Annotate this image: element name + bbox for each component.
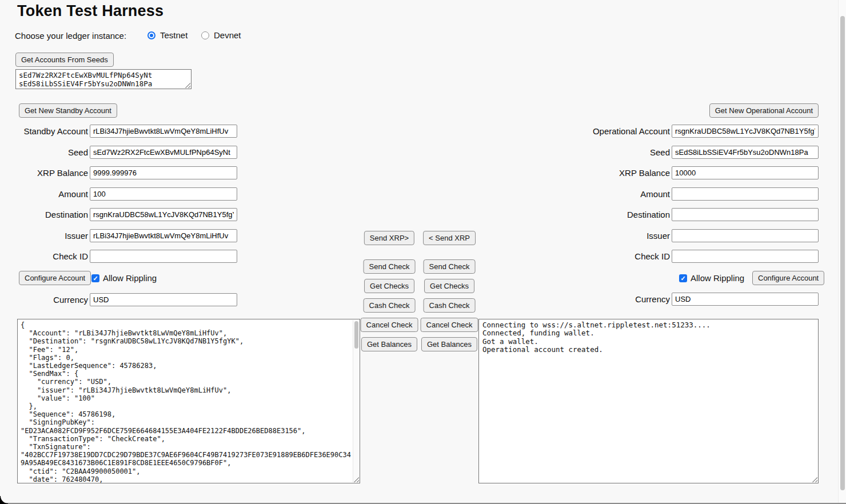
- operational-issuer-input[interactable]: [672, 229, 819, 242]
- send-xrp-left-button[interactable]: < Send XRP: [423, 231, 476, 245]
- send-xrp-right-button[interactable]: Send XRP>: [364, 231, 414, 245]
- operational-destination-input[interactable]: [672, 208, 819, 221]
- standby-get-balances-button[interactable]: Get Balances: [361, 337, 417, 351]
- devnet-radio-option[interactable]: Devnet: [201, 30, 241, 40]
- standby-amount-input[interactable]: [90, 187, 237, 201]
- standby-account-label: Standby Account: [11, 125, 88, 138]
- standby-amount-label: Amount: [11, 187, 88, 201]
- operational-account-label: Operational Account: [544, 125, 670, 138]
- standby-issuer-label: Issuer: [11, 229, 88, 242]
- ledger-instance-label: Choose your ledger instance:: [15, 31, 126, 41]
- operational-destination-label: Destination: [544, 208, 670, 221]
- devnet-radio-label: Devnet: [214, 30, 241, 40]
- get-new-standby-account-button[interactable]: Get New Standby Account: [19, 103, 117, 118]
- standby-currency-label: Currency: [11, 293, 88, 306]
- operational-amount-label: Amount: [544, 187, 670, 201]
- operational-check-id-input[interactable]: [672, 250, 819, 263]
- operational-seed-input[interactable]: [672, 146, 819, 159]
- devnet-radio[interactable]: [201, 31, 209, 39]
- results-scrollbar[interactable]: [353, 320, 359, 482]
- standby-results-wrap: { "Account": "rLBi34J7hjieBwvtkt8LwVmQeY…: [17, 319, 360, 483]
- standby-allow-rippling[interactable]: ✓ Allow Rippling: [91, 273, 157, 283]
- standby-check-id-label: Check ID: [11, 250, 88, 263]
- operational-get-balances-button[interactable]: Get Balances: [421, 337, 477, 351]
- get-accounts-from-seeds-button[interactable]: Get Accounts From Seeds: [15, 53, 114, 67]
- standby-configure-account-button[interactable]: Configure Account: [19, 271, 91, 285]
- seeds-textarea[interactable]: sEd7Wz2RX2FtcEwXBvMULfPNp64SyNt sEdS8iLb…: [16, 70, 191, 89]
- testnet-radio-option[interactable]: Testnet: [147, 30, 187, 40]
- seeds-textarea-wrap: sEd7Wz2RX2FtcEwXBvMULfPNp64SyNt sEdS8iLb…: [15, 69, 191, 89]
- standby-destination-label: Destination: [11, 208, 88, 221]
- operational-configure-account-button[interactable]: Configure Account: [752, 271, 824, 285]
- operational-send-check-button[interactable]: Send Check: [424, 259, 476, 274]
- operational-cash-check-button[interactable]: Cash Check: [424, 298, 476, 313]
- standby-check-id-input[interactable]: [90, 250, 237, 263]
- operational-currency-label: Currency: [544, 293, 670, 306]
- page-scrollbar-thumb[interactable]: [840, 16, 845, 490]
- standby-issuer-input[interactable]: [90, 229, 237, 242]
- operational-xrp-balance-label: XRP Balance: [544, 166, 670, 179]
- get-new-operational-account-button[interactable]: Get New Operational Account: [709, 103, 819, 118]
- operational-amount-input[interactable]: [672, 187, 819, 201]
- standby-results-textarea[interactable]: { "Account": "rLBi34J7hjieBwvtkt8LwVmQeY…: [18, 319, 360, 483]
- standby-allow-rippling-label: Allow Rippling: [103, 273, 157, 283]
- results-scrollbar-thumb[interactable]: [354, 321, 358, 349]
- page-scrollbar[interactable]: [838, 0, 846, 504]
- operational-issuer-label: Issuer: [544, 229, 670, 242]
- standby-seed-label: Seed: [11, 146, 88, 159]
- standby-cancel-check-button[interactable]: Cancel Check: [361, 318, 418, 332]
- operational-get-checks-button[interactable]: Get Checks: [424, 279, 474, 293]
- operational-allow-rippling-checkbox[interactable]: ✓: [679, 274, 687, 282]
- standby-send-check-button[interactable]: Send Check: [364, 259, 416, 274]
- standby-currency-input[interactable]: [90, 293, 237, 306]
- check-icon: ✓: [93, 275, 98, 282]
- standby-xrp-balance-input[interactable]: [90, 166, 237, 179]
- window-corner: [0, 496, 8, 504]
- standby-allow-rippling-checkbox[interactable]: ✓: [91, 274, 99, 282]
- operational-log-textarea[interactable]: Connecting to wss://s.altnet.rippletest.…: [479, 319, 818, 483]
- operational-currency-input[interactable]: [672, 293, 819, 306]
- standby-xrp-balance-label: XRP Balance: [11, 166, 88, 179]
- page-title: Token Test Harness: [17, 2, 163, 20]
- testnet-radio[interactable]: [147, 31, 155, 39]
- operational-allow-rippling[interactable]: ✓ Allow Rippling: [679, 273, 744, 283]
- standby-get-checks-button[interactable]: Get Checks: [364, 279, 414, 293]
- operational-cancel-check-button[interactable]: Cancel Check: [421, 318, 478, 332]
- operational-log-wrap: Connecting to wss://s.altnet.rippletest.…: [478, 319, 819, 483]
- standby-seed-input[interactable]: [90, 146, 237, 159]
- standby-destination-input[interactable]: [90, 208, 237, 221]
- standby-cash-check-button[interactable]: Cash Check: [364, 298, 416, 313]
- operational-allow-rippling-label: Allow Rippling: [691, 273, 744, 283]
- operational-seed-label: Seed: [544, 146, 670, 159]
- check-icon: ✓: [680, 275, 685, 282]
- operational-account-input[interactable]: [672, 125, 819, 138]
- standby-account-input[interactable]: [90, 125, 237, 138]
- operational-check-id-label: Check ID: [544, 250, 670, 263]
- operational-xrp-balance-input[interactable]: [672, 166, 819, 179]
- testnet-radio-label: Testnet: [160, 30, 187, 40]
